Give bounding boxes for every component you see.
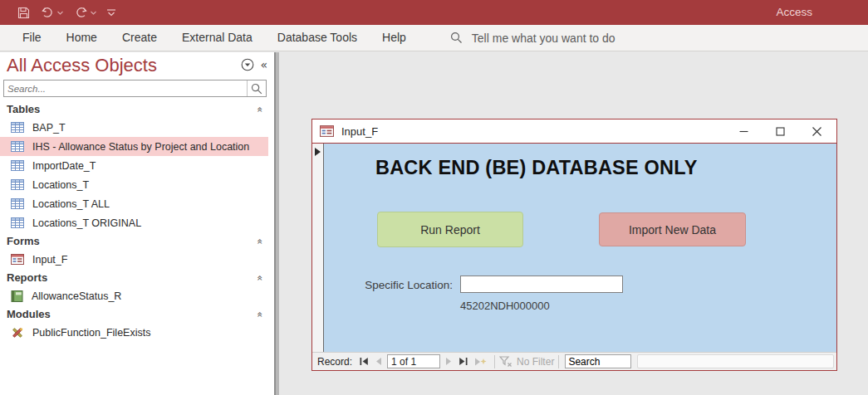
form-window-titlebar[interactable]: Input_F [312,119,836,144]
tab-create[interactable]: Create [110,25,169,51]
minimize-icon [739,127,748,136]
no-filter-button: No Filter [499,356,554,368]
section-label: Forms [7,235,40,247]
redo-icon [74,7,88,19]
previous-record-icon [375,358,382,365]
collapse-section-icon: « [253,275,265,280]
nav-item-allowancestatus-r[interactable]: AllowanceStatus_R [0,286,268,305]
table-icon [11,179,24,190]
customize-quick-access-button[interactable] [105,7,118,18]
app-name-label: Access [776,0,812,25]
section-label: Tables [7,103,40,115]
quick-access-toolbar [15,0,118,25]
maximize-button[interactable] [762,119,798,143]
specific-location-input[interactable] [460,276,623,293]
nav-item-publicfunction-fileexists[interactable]: PublicFunction_FileExists [0,323,268,342]
module-icon [11,327,24,339]
separator [558,355,559,368]
nav-item-input-f[interactable]: Input_F [0,250,268,269]
new-record-icon [474,358,487,366]
collapse-section-icon: « [253,238,265,244]
form-window-input-f: Input_F BACK END (BE) DATABASE ONLY Run … [311,119,837,371]
table-icon [11,141,24,152]
next-record-button [442,358,455,365]
nav-search-box [3,80,267,97]
previous-record-button [372,358,385,365]
shutter-close-icon[interactable]: « [260,59,267,71]
undo-button[interactable] [38,5,66,21]
next-record-icon [445,358,452,365]
no-filter-label: No Filter [517,356,554,368]
specific-location-label: Specific Location: [356,279,453,291]
undo-dropdown-icon [57,11,63,15]
last-record-icon [459,358,468,365]
nav-item-label: ImportDate_T [32,160,96,172]
nav-item-locations-t[interactable]: Locations_T [0,175,268,194]
nav-item-bap-t[interactable]: BAP_T [0,118,268,137]
table-icon [11,160,24,171]
record-position-box[interactable]: 1 of 1 [387,354,440,368]
undo-icon [41,7,55,19]
run-report-label: Run Report [420,223,480,237]
run-report-button[interactable]: Run Report [377,212,523,247]
import-new-data-button[interactable]: Import New Data [599,212,746,246]
tab-file[interactable]: File [10,25,54,51]
report-icon [11,290,23,302]
customize-quick-access-icon [107,9,115,17]
nav-item-label: PublicFunction_FileExists [32,327,150,339]
save-button[interactable] [15,5,32,21]
search-icon [251,83,262,95]
nav-search-input[interactable] [4,84,247,94]
record-label: Record: [317,356,352,368]
nav-item-label: AllowanceStatus_R [32,290,121,302]
last-record-button[interactable] [455,358,471,365]
tab-database-tools[interactable]: Database Tools [265,25,370,51]
maximize-icon [776,127,785,136]
app-titlebar: Access [0,0,868,25]
nav-item-ihs-allowance-status[interactable]: IHS - Allowance Status by Project and Lo… [0,137,268,156]
nav-item-locations-t-all[interactable]: Locations_T ALL [0,194,268,213]
first-record-icon [360,358,369,365]
horizontal-scrollbar[interactable] [637,354,834,368]
nav-item-locations-t-original[interactable]: Locations_T ORIGINAL [0,213,268,232]
tab-external-data[interactable]: External Data [169,25,265,51]
table-icon [11,217,24,228]
nav-item-label: BAP_T [32,122,66,134]
section-header-tables[interactable]: Tables « [0,100,274,118]
record-selector-bar[interactable] [312,144,324,352]
table-icon [11,198,24,209]
location-code-text: 45202NDH000000 [460,300,550,312]
first-record-button[interactable] [356,358,372,365]
form-canvas: BACK END (BE) DATABASE ONLY Run Report I… [324,144,836,352]
section-header-forms[interactable]: Forms « [0,232,274,250]
nav-search-button[interactable] [247,80,266,96]
section-header-reports[interactable]: Reports « [0,269,274,286]
nav-pane-menu-icon[interactable] [241,58,254,71]
table-icon [11,122,24,133]
minimize-button[interactable] [725,119,762,143]
nav-pane-title: All Access Objects [7,55,157,76]
record-navigation-bar: Record: 1 of 1 No Filter [312,352,836,370]
nav-item-label: Locations_T [32,179,89,191]
close-icon [812,127,821,136]
form-heading: BACK END (BE) DATABASE ONLY [375,157,698,179]
redo-button[interactable] [71,5,99,21]
section-header-modules[interactable]: Modules « [0,305,274,323]
record-search-input[interactable] [565,354,631,368]
redo-dropdown-icon [91,11,96,15]
separator [494,355,495,368]
section-label: Reports [7,271,47,284]
tell-me-search[interactable]: Tell me what you want to do [450,32,615,45]
nav-item-importdate-t[interactable]: ImportDate_T [0,156,268,175]
search-icon [450,32,463,44]
nav-item-label: Input_F [32,254,67,266]
close-button[interactable] [798,119,835,143]
collapse-section-icon: « [253,311,265,317]
tab-home[interactable]: Home [54,25,110,51]
ribbon-tabs: File Home Create External Data Database … [0,25,419,51]
ribbon-tab-row: File Home Create External Data Database … [0,25,868,51]
nav-item-label: Locations_T ORIGINAL [32,217,141,229]
filter-icon [499,356,512,367]
new-record-button [471,358,490,366]
tab-help[interactable]: Help [370,25,419,51]
